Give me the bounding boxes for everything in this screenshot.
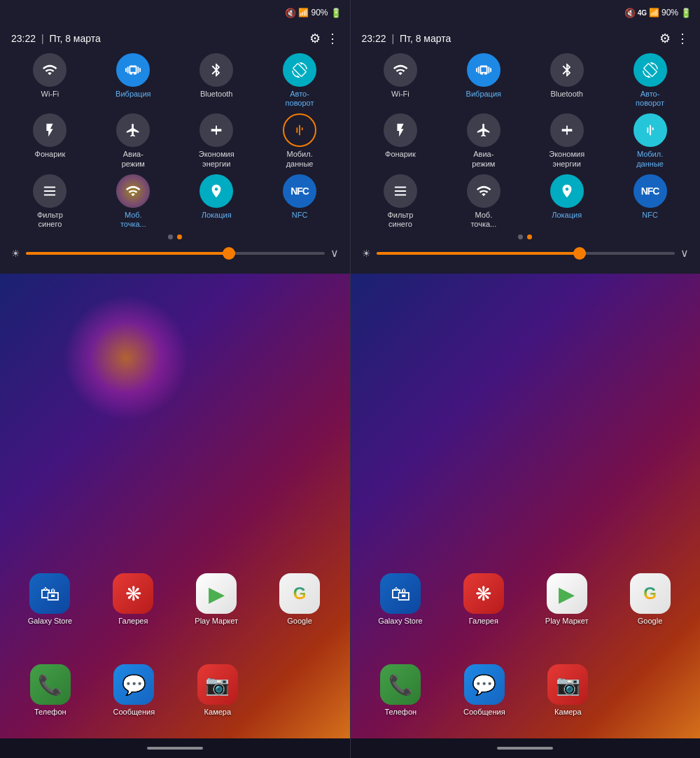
left-app-google[interactable]: G Google: [261, 573, 339, 625]
left-location-label: Локация: [202, 211, 232, 220]
right-brightness-fill: [377, 252, 586, 255]
left-quick-tiles-row1: Wi-Fi Вибрация Bluetooth: [11, 53, 339, 108]
left-play-icon: ▶: [196, 573, 237, 614]
left-autorotate-label: Авто-поворот: [286, 90, 314, 108]
left-galaxy-store-label: Galaxy Store: [28, 617, 73, 625]
right-app-gallery[interactable]: ❋ Галерея: [444, 573, 522, 625]
right-brightness-expand[interactable]: ∨: [680, 246, 689, 260]
left-tile-wifi[interactable]: Wi-Fi: [11, 53, 89, 108]
left-tile-hotspot[interactable]: Моб.точка...: [94, 174, 172, 229]
left-app-play[interactable]: ▶ Play Маркет: [178, 573, 255, 625]
left-galaxy-store-icon: 🛍: [29, 573, 70, 614]
right-app-google[interactable]: G Google: [611, 573, 689, 625]
right-status-bar: 🔇 4G 📶 90% 🔋: [351, 0, 701, 25]
left-tile-mobiledata[interactable]: Мобил.данные: [261, 113, 339, 168]
left-tile-bluefilter[interactable]: Фильтрсинего: [11, 174, 89, 229]
right-flashlight-label: Фонарик: [385, 150, 416, 159]
right-play-icon: ▶: [547, 573, 587, 614]
right-app-grid: 🛍 Galaxy Store ❋ Галерея ▶ Play Маркет: [351, 566, 701, 738]
left-brightness-row: ☀ ∨: [11, 244, 339, 265]
left-airplane-icon: [116, 113, 150, 147]
left-quick-tiles-row2: Фонарик Авиа-режим Экономияэнергии: [11, 113, 339, 168]
right-bluefilter-label: Фильтрсинего: [387, 211, 413, 229]
left-app-row2: 📞 Телефон 💬 Сообщения 📷 Камера: [11, 664, 257, 716]
left-mobiledata-label: Мобил.данные: [286, 150, 314, 168]
left-google-icon: G: [279, 573, 320, 614]
right-tile-wifi[interactable]: Wi-Fi: [362, 53, 440, 108]
left-app-gallery[interactable]: ❋ Галерея: [94, 573, 172, 625]
left-brightness-expand[interactable]: ∨: [330, 246, 339, 260]
right-tile-location[interactable]: Локация: [528, 174, 606, 229]
right-mobiledata-icon: [634, 113, 667, 147]
right-tile-mobiledata[interactable]: Мобил.данные: [611, 113, 689, 168]
left-tile-nfc[interactable]: NFC NFC: [261, 174, 339, 229]
right-battery-percent: 90%: [662, 8, 678, 17]
left-vibration-label: Вибрация: [115, 90, 150, 99]
left-tile-airplane[interactable]: Авиа-режим: [94, 113, 172, 168]
right-bluetooth-icon: [550, 53, 584, 87]
left-status-bar: 🔇 📶 90% 🔋: [0, 0, 350, 25]
right-brightness-thumb: [573, 247, 586, 260]
right-google-label: Google: [638, 617, 662, 625]
left-app-grid: 🛍 Galaxy Store ❋ Галерея ▶ Play Маркет: [0, 566, 350, 738]
right-app-phone[interactable]: 📞 Телефон: [362, 664, 440, 716]
left-vibration-icon: [116, 53, 150, 87]
right-wifi-icon: [384, 53, 417, 87]
right-time: 23:22: [362, 33, 386, 44]
right-tile-airplane[interactable]: Авиа-режим: [444, 113, 522, 168]
left-bluefilter-label: Фильтрсинего: [37, 211, 63, 229]
right-gallery-icon: ❋: [463, 573, 504, 614]
right-tile-bluetooth[interactable]: Bluetooth: [528, 53, 606, 108]
svg-rect-4: [395, 190, 407, 192]
left-app-camera[interactable]: 📷 Камера: [178, 664, 257, 716]
more-icon[interactable]: ⋮: [326, 31, 339, 46]
right-date: Пт, 8 марта: [400, 33, 451, 44]
left-tile-flashlight[interactable]: Фонарик: [11, 113, 89, 168]
right-app-play[interactable]: ▶ Play Маркет: [528, 573, 606, 625]
left-powersave-label: Экономияэнергии: [199, 150, 234, 168]
left-tile-autorotate[interactable]: Авто-поворот: [261, 53, 339, 108]
right-tile-nfc[interactable]: NFC NFC: [611, 174, 689, 229]
right-brightness-bar[interactable]: [377, 252, 676, 255]
right-quick-tiles-row3: Фильтрсинего Моб.точка... Локация: [362, 174, 690, 229]
left-autorotate-icon: [283, 53, 316, 87]
right-tile-bluefilter[interactable]: Фильтрсинего: [362, 174, 440, 229]
right-hotspot-icon: [467, 174, 500, 208]
right-app-camera[interactable]: 📷 Камера: [529, 664, 608, 716]
right-location-label: Локация: [552, 211, 582, 220]
left-home-screen: 🛍 Galaxy Store ❋ Галерея ▶ Play Маркет: [0, 274, 350, 738]
svg-rect-3: [395, 186, 407, 188]
settings-icon[interactable]: ⚙: [309, 31, 321, 46]
right-tile-flashlight[interactable]: Фонарик: [362, 113, 440, 168]
right-tile-hotspot[interactable]: Моб.точка...: [444, 174, 522, 229]
right-messages-label: Сообщения: [463, 708, 505, 716]
right-app-galaxy-store[interactable]: 🛍 Galaxy Store: [362, 573, 440, 625]
left-messages-icon: 💬: [113, 664, 154, 705]
left-brightness-bar[interactable]: [26, 252, 325, 255]
right-shade-controls: ⚙ ⋮: [659, 31, 689, 46]
left-panel: 🔇 📶 90% 🔋 23:22 | Пт, 8 марта ⚙ ⋮: [0, 0, 350, 758]
left-powersave-icon: [200, 113, 233, 147]
left-bluetooth-label: Bluetooth: [200, 90, 232, 99]
left-tile-bluetooth[interactable]: Bluetooth: [178, 53, 255, 108]
right-signal-icon: 📶: [649, 8, 659, 17]
right-nav-indicator: [497, 747, 553, 750]
right-tile-autorotate[interactable]: Авто-поворот: [611, 53, 689, 108]
left-app-phone[interactable]: 📞 Телефон: [11, 664, 90, 716]
left-tile-powersave[interactable]: Экономияэнергии: [178, 113, 255, 168]
left-time: 23:22: [11, 33, 36, 44]
right-camera-icon: 📷: [547, 664, 588, 705]
left-tile-vibration[interactable]: Вибрация: [94, 53, 172, 108]
left-app-messages[interactable]: 💬 Сообщения: [95, 664, 174, 716]
left-app-galaxy-store[interactable]: 🛍 Galaxy Store: [11, 573, 89, 625]
right-tile-vibration[interactable]: Вибрация: [444, 53, 522, 108]
right-app-messages[interactable]: 💬 Сообщения: [445, 664, 524, 716]
left-phone-icon: 📞: [30, 664, 71, 705]
right-settings-icon[interactable]: ⚙: [659, 31, 671, 46]
right-more-icon[interactable]: ⋮: [676, 31, 689, 46]
right-tile-powersave[interactable]: Экономияэнергии: [528, 113, 606, 168]
left-tile-location[interactable]: Локация: [178, 174, 255, 229]
mute-icon: 🔇: [285, 8, 296, 18]
right-app-row1: 🛍 Galaxy Store ❋ Галерея ▶ Play Маркет: [362, 573, 690, 625]
right-status-icons: 🔇 4G 📶 90% 🔋: [624, 8, 692, 18]
